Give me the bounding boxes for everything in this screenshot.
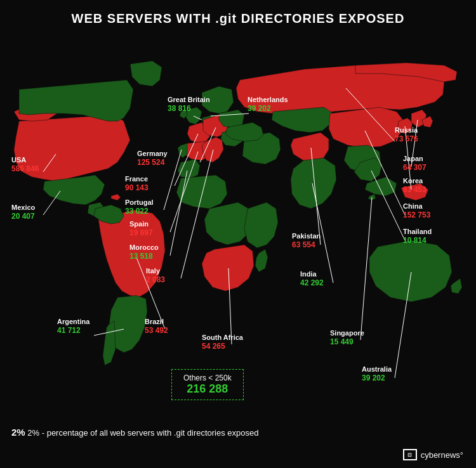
- label-india: India 42 292: [300, 270, 324, 288]
- label-singapore: Singapore 15 449: [330, 329, 364, 347]
- label-argentina: Argentina 41 712: [57, 318, 89, 335]
- map-area: USA 586 846 Mexico 20 407 Argentina 41 7…: [0, 32, 476, 387]
- label-china: China 152 753: [403, 202, 430, 220]
- others-label: Others < 250k: [183, 374, 232, 382]
- others-value: 216 288: [183, 382, 232, 396]
- label-pakistan: Pakistan 63 554: [292, 232, 321, 250]
- brand: ⊡ cybernews°: [403, 449, 463, 460]
- label-russia: Russia 73 576: [395, 126, 418, 144]
- label-thailand: Thailand 10 814: [403, 228, 432, 245]
- footnote: 2% 2% - percentage of all web servers wi…: [11, 427, 259, 438]
- label-spain: Spain 19 697: [129, 220, 153, 238]
- label-france: France 90 143: [125, 175, 149, 193]
- main-container: WEB SERVERS WITH .git DIRECTORIES EXPOSE…: [0, 0, 476, 468]
- label-morocco: Morocco 13 518: [129, 244, 159, 261]
- label-portugal: Portugal 33 022: [125, 198, 154, 216]
- label-brazil: Brazil 53 492: [145, 318, 168, 335]
- label-germany: Germany 125 524: [137, 150, 168, 167]
- label-japan: Japan 64 307: [403, 155, 426, 172]
- label-netherlands: Netherlands 39 202: [248, 96, 288, 114]
- label-usa: USA 586 846: [11, 156, 39, 174]
- label-australia: Australia 39 202: [362, 365, 392, 383]
- brand-name: cybernews°: [421, 450, 463, 460]
- label-italy: Italy 2 083: [146, 267, 165, 285]
- others-box: Others < 250k 216 288: [171, 369, 244, 400]
- label-south-africa: South Africa 54 265: [202, 334, 243, 351]
- brand-icon: ⊡: [403, 449, 417, 460]
- label-great-britain: Great Britain 38 816: [168, 96, 210, 114]
- label-mexico: Mexico 20 407: [11, 204, 35, 221]
- label-korea: Korea 81 453: [403, 177, 426, 195]
- page-title: WEB SERVERS WITH .git DIRECTORIES EXPOSE…: [0, 0, 476, 26]
